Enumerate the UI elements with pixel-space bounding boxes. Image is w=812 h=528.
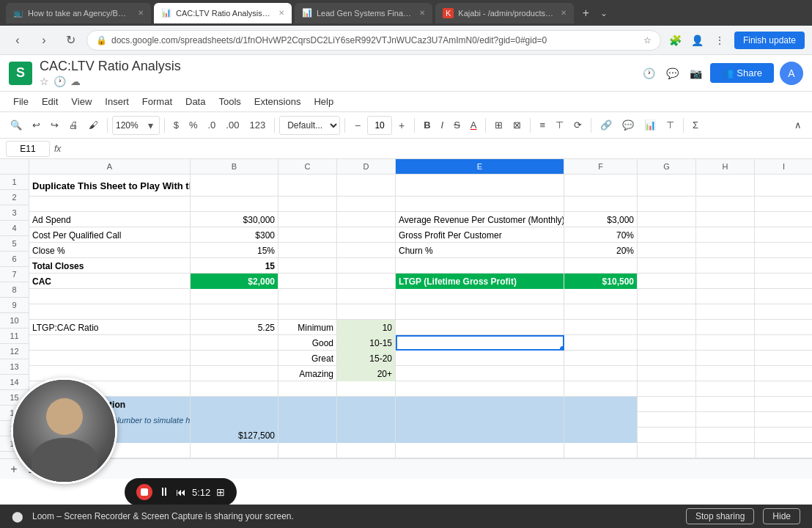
- col-header-f[interactable]: F: [564, 159, 638, 174]
- cell-c8[interactable]: [278, 289, 337, 304]
- cell-c10[interactable]: Minimum: [278, 320, 337, 335]
- strikethrough-btn[interactable]: S: [449, 116, 465, 135]
- tab-2[interactable]: 📊 CAC:LTV Ratio Analysis -... ✕: [154, 3, 292, 23]
- cell-a4[interactable]: Cost Per Qualified Call: [29, 227, 191, 243]
- print-btn[interactable]: 🖨: [64, 116, 83, 135]
- cell-g4[interactable]: [638, 227, 696, 243]
- cell-g7[interactable]: [638, 274, 696, 289]
- cell-e17[interactable]: [396, 428, 564, 443]
- row-num-5[interactable]: 5: [0, 236, 29, 252]
- tab-1-close[interactable]: ✕: [138, 9, 144, 17]
- cell-d3[interactable]: [337, 212, 396, 227]
- cell-h14[interactable]: [696, 381, 755, 397]
- stop-record-button[interactable]: [136, 484, 152, 500]
- tab-3-close[interactable]: ✕: [419, 9, 425, 17]
- cell-f6[interactable]: [564, 258, 638, 274]
- cell-g1[interactable]: [638, 175, 696, 197]
- cell-c17[interactable]: [278, 428, 337, 443]
- cell-c12[interactable]: Great: [278, 351, 337, 366]
- cell-a1[interactable]: Duplicate This Sheet to Play With the Nu…: [29, 175, 191, 197]
- cell-b6[interactable]: 15: [191, 258, 278, 274]
- pause-button[interactable]: ⏸: [158, 485, 170, 499]
- cell-c5[interactable]: [278, 243, 337, 258]
- cell-c18[interactable]: [278, 443, 337, 458]
- cell-g10[interactable]: [638, 320, 696, 335]
- font-size-minus[interactable]: −: [350, 116, 366, 135]
- address-bar[interactable]: 🔒 docs.google.com/spreadsheets/d/1fnOHvW…: [86, 30, 661, 51]
- rewind-button[interactable]: ⏮: [176, 486, 186, 498]
- cell-e13[interactable]: [396, 366, 564, 381]
- cell-b15[interactable]: [191, 397, 278, 412]
- cell-h9[interactable]: [696, 304, 755, 320]
- tab-2-close[interactable]: ✕: [278, 9, 284, 17]
- cell-e15[interactable]: [396, 397, 564, 412]
- cell-g18[interactable]: [638, 443, 696, 458]
- cell-a11[interactable]: [29, 335, 191, 351]
- row-num-4[interactable]: 4: [0, 221, 29, 236]
- col-header-i[interactable]: I: [755, 159, 812, 174]
- share-button[interactable]: 👥 Share: [710, 63, 774, 83]
- cell-h3[interactable]: [696, 212, 755, 227]
- cell-d8[interactable]: [337, 289, 396, 304]
- cell-f7[interactable]: $10,500: [564, 274, 638, 289]
- cell-d15[interactable]: [337, 397, 396, 412]
- cell-c6[interactable]: [278, 258, 337, 274]
- cell-c16[interactable]: [278, 412, 337, 428]
- menu-format[interactable]: Format: [136, 93, 178, 110]
- menu-help[interactable]: Help: [308, 93, 339, 110]
- cell-i14[interactable]: [755, 381, 812, 397]
- chart-btn[interactable]: 📊: [640, 116, 660, 135]
- cell-e3[interactable]: Average Revenue Per Customer (Monthly): [396, 212, 564, 227]
- cell-e10[interactable]: [396, 320, 564, 335]
- cell-b18[interactable]: [191, 443, 278, 458]
- percent-btn[interactable]: %: [185, 116, 202, 135]
- formula-input[interactable]: [65, 141, 806, 157]
- menu-file[interactable]: File: [7, 93, 34, 110]
- history-button[interactable]: 🕐: [640, 65, 657, 82]
- cell-i2[interactable]: [755, 197, 812, 212]
- menu-extensions[interactable]: Extensions: [248, 93, 307, 110]
- cell-g9[interactable]: [638, 304, 696, 320]
- cell-g5[interactable]: [638, 243, 696, 258]
- font-size-input[interactable]: [367, 116, 392, 135]
- back-button[interactable]: ‹: [7, 30, 28, 51]
- valign-btn[interactable]: ⊤: [551, 116, 568, 135]
- text-rotate-btn[interactable]: ⟳: [569, 116, 586, 135]
- cell-c15[interactable]: [278, 397, 337, 412]
- cell-b7[interactable]: $2,000: [191, 274, 278, 289]
- cell-g16[interactable]: [638, 412, 696, 428]
- cell-d5[interactable]: [337, 243, 396, 258]
- cell-h2[interactable]: [696, 197, 755, 212]
- col-header-g[interactable]: G: [638, 159, 696, 174]
- cell-e4[interactable]: Gross Profit Per Customer: [396, 227, 564, 243]
- cell-f16[interactable]: [564, 412, 638, 428]
- cell-h1[interactable]: [696, 175, 755, 197]
- cell-f2[interactable]: [564, 197, 638, 212]
- row-num-6[interactable]: 6: [0, 252, 29, 267]
- col-header-b[interactable]: B: [191, 159, 278, 174]
- cell-d11[interactable]: 10-15: [337, 335, 396, 351]
- cell-f4[interactable]: 70%: [564, 227, 638, 243]
- cell-e14[interactable]: [396, 381, 564, 397]
- number-format-btn[interactable]: 123: [245, 116, 270, 135]
- cell-i17[interactable]: [755, 428, 812, 443]
- col-header-e[interactable]: E: [396, 159, 564, 174]
- row-num-12[interactable]: 12: [0, 344, 29, 359]
- cell-g8[interactable]: [638, 289, 696, 304]
- cell-f17[interactable]: [564, 428, 638, 443]
- cell-b13[interactable]: [191, 366, 278, 381]
- cell-c9[interactable]: [278, 304, 337, 320]
- col-header-a[interactable]: A: [29, 159, 191, 174]
- cell-f10[interactable]: [564, 320, 638, 335]
- cell-h10[interactable]: [696, 320, 755, 335]
- menu-insert[interactable]: Insert: [99, 93, 135, 110]
- cell-d2[interactable]: [337, 197, 396, 212]
- cell-e2[interactable]: [396, 197, 564, 212]
- menu-data[interactable]: Data: [180, 93, 211, 110]
- cell-h6[interactable]: [696, 258, 755, 274]
- paint-format-btn[interactable]: 🖌: [84, 116, 103, 135]
- search-toolbar-btn[interactable]: 🔍: [6, 116, 26, 135]
- grid-view-button[interactable]: ⊞: [216, 486, 225, 498]
- cell-d18[interactable]: [337, 443, 396, 458]
- cell-f14[interactable]: [564, 381, 638, 397]
